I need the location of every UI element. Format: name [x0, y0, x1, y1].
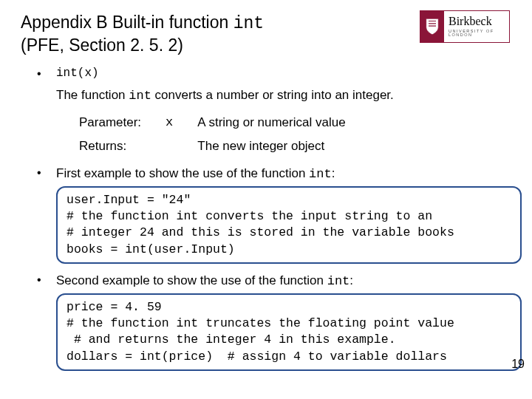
- ex2-lead-post: :: [349, 273, 353, 287]
- param-label: Parameter:: [78, 112, 163, 133]
- params-table: Parameter: x A string or numerical value…: [77, 110, 369, 157]
- example1-code: user.Input = "24" # the function int con…: [56, 186, 522, 264]
- return-label: Returns:: [78, 135, 163, 157]
- example1-lead: First example to show the use of the fun…: [56, 166, 511, 183]
- desc-post: converts a number or string into an inte…: [151, 88, 394, 102]
- logo-text: Birkbeck UNIVERSITY OF LONDON: [444, 11, 509, 42]
- ex1-lead-post: :: [332, 166, 335, 180]
- ex1-lead-code: int: [309, 167, 332, 181]
- ex1-lead-pre: First example to show the use of the fun…: [56, 166, 309, 180]
- item-example-2: Second example to show the use of the fu…: [37, 273, 511, 371]
- slide: Birkbeck UNIVERSITY OF LONDON Appendix B…: [0, 0, 532, 399]
- return-row: Returns: The new integer object: [78, 135, 368, 157]
- page-number: 19: [511, 358, 525, 371]
- logo-sub: UNIVERSITY OF LONDON: [449, 30, 509, 38]
- title-code: int: [233, 14, 264, 33]
- item-signature: int(x) The function int converts a numbe…: [37, 66, 511, 158]
- param-name: x: [165, 112, 195, 133]
- param-row: Parameter: x A string or numerical value: [78, 112, 368, 133]
- return-desc: The new integer object: [197, 135, 367, 157]
- logo-name: Birkbeck: [449, 16, 509, 28]
- desc-pre: The function: [56, 88, 129, 102]
- title-pre: Appendix B Built-in function: [21, 13, 233, 32]
- ex2-lead-code: int: [327, 274, 350, 288]
- example2-lead: Second example to show the use of the fu…: [56, 273, 511, 290]
- birkbeck-logo: Birkbeck UNIVERSITY OF LONDON: [420, 10, 510, 43]
- ex2-lead-pre: Second example to show the use of the fu…: [56, 273, 327, 287]
- param-desc: A string or numerical value: [197, 112, 367, 133]
- item-example-1: First example to show the use of the fun…: [37, 166, 511, 264]
- title-line2: (PFE, Section 2. 5. 2): [21, 35, 183, 55]
- function-description: The function int converts a number or st…: [56, 87, 511, 105]
- function-signature: int(x): [56, 66, 511, 80]
- example2-code: price = 4. 59 # the function int truncat…: [56, 293, 522, 371]
- crest-icon: [420, 11, 444, 42]
- desc-code: int: [129, 89, 151, 103]
